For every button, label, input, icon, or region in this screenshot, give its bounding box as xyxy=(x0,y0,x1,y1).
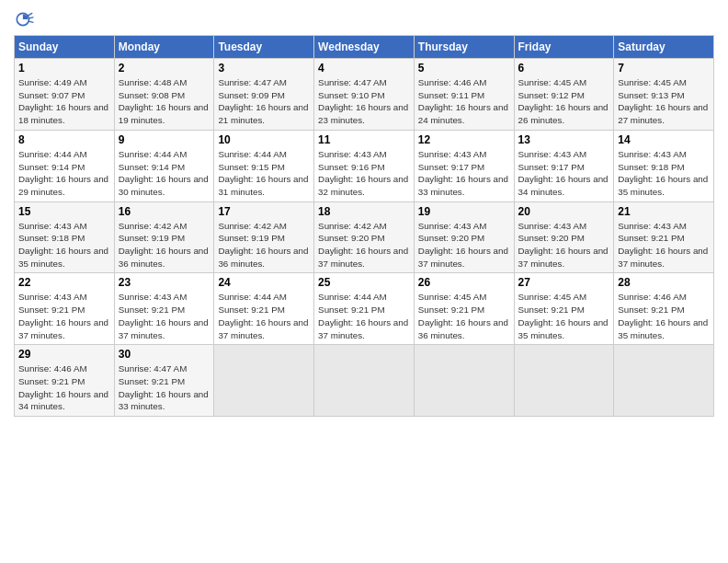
calendar-cell xyxy=(414,345,514,417)
calendar-cell: 23Sunrise: 4:43 AMSunset: 9:21 PMDayligh… xyxy=(114,273,214,345)
day-info: Sunrise: 4:43 AMSunset: 9:20 PMDaylight:… xyxy=(518,220,610,270)
day-info: Sunrise: 4:43 AMSunset: 9:18 PMDaylight:… xyxy=(618,148,710,199)
calendar-cell xyxy=(514,345,614,417)
calendar-week-row: 1Sunrise: 4:49 AMSunset: 9:07 PMDaylight… xyxy=(15,59,714,131)
day-number: 25 xyxy=(318,276,410,289)
calendar-cell: 17Sunrise: 4:42 AMSunset: 9:19 PMDayligh… xyxy=(214,201,314,273)
day-info: Sunrise: 4:44 AMSunset: 9:14 PMDaylight:… xyxy=(119,148,210,199)
day-info: Sunrise: 4:48 AMSunset: 9:08 PMDaylight:… xyxy=(119,76,210,127)
day-info: Sunrise: 4:43 AMSunset: 9:17 PMDaylight:… xyxy=(518,148,610,199)
day-number: 23 xyxy=(119,276,210,289)
day-info: Sunrise: 4:45 AMSunset: 9:13 PMDaylight:… xyxy=(618,76,710,127)
logo-icon xyxy=(14,9,34,29)
calendar-cell: 22Sunrise: 4:43 AMSunset: 9:21 PMDayligh… xyxy=(15,273,115,345)
day-info: Sunrise: 4:44 AMSunset: 9:21 PMDaylight:… xyxy=(218,291,310,341)
calendar-cell: 8Sunrise: 4:44 AMSunset: 9:14 PMDaylight… xyxy=(15,130,115,201)
calendar-cell: 9Sunrise: 4:44 AMSunset: 9:14 PMDaylight… xyxy=(114,130,214,201)
calendar-cell: 27Sunrise: 4:45 AMSunset: 9:21 PMDayligh… xyxy=(514,273,614,345)
calendar-cell: 24Sunrise: 4:44 AMSunset: 9:21 PMDayligh… xyxy=(214,273,314,345)
day-info: Sunrise: 4:49 AMSunset: 9:07 PMDaylight:… xyxy=(18,76,110,127)
day-number: 4 xyxy=(318,62,410,75)
day-info: Sunrise: 4:43 AMSunset: 9:18 PMDaylight:… xyxy=(18,220,110,270)
calendar-cell: 30Sunrise: 4:47 AMSunset: 9:21 PMDayligh… xyxy=(114,345,214,417)
day-number: 12 xyxy=(418,133,510,146)
calendar-week-row: 15Sunrise: 4:43 AMSunset: 9:18 PMDayligh… xyxy=(15,201,714,273)
day-number: 22 xyxy=(18,276,110,289)
day-number: 18 xyxy=(318,205,410,218)
day-info: Sunrise: 4:45 AMSunset: 9:21 PMDaylight:… xyxy=(418,291,510,341)
day-info: Sunrise: 4:43 AMSunset: 9:21 PMDaylight:… xyxy=(18,291,110,341)
day-info: Sunrise: 4:43 AMSunset: 9:17 PMDaylight:… xyxy=(418,148,510,199)
day-number: 2 xyxy=(119,62,210,75)
calendar-table: SundayMondayTuesdayWednesdayThursdayFrid… xyxy=(14,35,714,417)
calendar-cell: 15Sunrise: 4:43 AMSunset: 9:18 PMDayligh… xyxy=(15,201,115,273)
day-number: 26 xyxy=(418,276,510,289)
day-number: 17 xyxy=(218,205,310,218)
day-number: 10 xyxy=(218,133,310,146)
day-number: 7 xyxy=(618,62,710,75)
column-header-saturday: Saturday xyxy=(614,36,714,59)
day-number: 5 xyxy=(418,62,510,75)
column-header-friday: Friday xyxy=(514,36,614,59)
day-info: Sunrise: 4:42 AMSunset: 9:20 PMDaylight:… xyxy=(318,220,410,270)
day-info: Sunrise: 4:44 AMSunset: 9:21 PMDaylight:… xyxy=(318,291,410,341)
day-info: Sunrise: 4:43 AMSunset: 9:16 PMDaylight:… xyxy=(318,148,410,199)
calendar-week-row: 22Sunrise: 4:43 AMSunset: 9:21 PMDayligh… xyxy=(15,273,714,345)
day-info: Sunrise: 4:47 AMSunset: 9:09 PMDaylight:… xyxy=(218,76,310,127)
calendar-cell: 14Sunrise: 4:43 AMSunset: 9:18 PMDayligh… xyxy=(614,130,714,201)
day-number: 14 xyxy=(618,133,710,146)
day-number: 29 xyxy=(18,348,110,361)
calendar-cell: 3Sunrise: 4:47 AMSunset: 9:09 PMDaylight… xyxy=(214,59,314,131)
calendar-cell: 12Sunrise: 4:43 AMSunset: 9:17 PMDayligh… xyxy=(414,130,514,201)
calendar-cell: 20Sunrise: 4:43 AMSunset: 9:20 PMDayligh… xyxy=(514,201,614,273)
calendar-week-row: 29Sunrise: 4:46 AMSunset: 9:21 PMDayligh… xyxy=(15,345,714,417)
calendar-cell: 2Sunrise: 4:48 AMSunset: 9:08 PMDaylight… xyxy=(114,59,214,131)
day-info: Sunrise: 4:47 AMSunset: 9:21 PMDaylight:… xyxy=(119,362,210,413)
calendar-cell: 6Sunrise: 4:45 AMSunset: 9:12 PMDaylight… xyxy=(514,59,614,131)
calendar-cell: 25Sunrise: 4:44 AMSunset: 9:21 PMDayligh… xyxy=(314,273,415,345)
calendar-week-row: 8Sunrise: 4:44 AMSunset: 9:14 PMDaylight… xyxy=(15,130,714,201)
calendar-cell: 10Sunrise: 4:44 AMSunset: 9:15 PMDayligh… xyxy=(214,130,314,201)
day-number: 13 xyxy=(518,133,610,146)
day-number: 6 xyxy=(518,62,610,75)
day-info: Sunrise: 4:43 AMSunset: 9:21 PMDaylight:… xyxy=(119,291,210,341)
column-header-sunday: Sunday xyxy=(15,36,115,59)
day-number: 1 xyxy=(18,62,110,75)
calendar-cell: 13Sunrise: 4:43 AMSunset: 9:17 PMDayligh… xyxy=(514,130,614,201)
day-number: 21 xyxy=(618,205,710,218)
calendar-cell: 19Sunrise: 4:43 AMSunset: 9:20 PMDayligh… xyxy=(414,201,514,273)
day-info: Sunrise: 4:44 AMSunset: 9:14 PMDaylight:… xyxy=(18,148,110,199)
day-number: 16 xyxy=(119,205,210,218)
calendar-cell: 4Sunrise: 4:47 AMSunset: 9:10 PMDaylight… xyxy=(314,59,415,131)
calendar-cell: 16Sunrise: 4:42 AMSunset: 9:19 PMDayligh… xyxy=(114,201,214,273)
day-number: 27 xyxy=(518,276,610,289)
logo xyxy=(14,9,36,29)
day-number: 9 xyxy=(119,133,210,146)
calendar-cell xyxy=(614,345,714,417)
day-number: 24 xyxy=(218,276,310,289)
day-info: Sunrise: 4:43 AMSunset: 9:20 PMDaylight:… xyxy=(418,220,510,270)
day-info: Sunrise: 4:42 AMSunset: 9:19 PMDaylight:… xyxy=(119,220,210,270)
day-info: Sunrise: 4:47 AMSunset: 9:10 PMDaylight:… xyxy=(318,76,410,127)
day-number: 28 xyxy=(618,276,710,289)
day-info: Sunrise: 4:45 AMSunset: 9:12 PMDaylight:… xyxy=(518,76,610,127)
day-number: 19 xyxy=(418,205,510,218)
calendar-cell: 26Sunrise: 4:45 AMSunset: 9:21 PMDayligh… xyxy=(414,273,514,345)
calendar-cell: 11Sunrise: 4:43 AMSunset: 9:16 PMDayligh… xyxy=(314,130,415,201)
day-info: Sunrise: 4:46 AMSunset: 9:11 PMDaylight:… xyxy=(418,76,510,127)
calendar-cell: 21Sunrise: 4:43 AMSunset: 9:21 PMDayligh… xyxy=(614,201,714,273)
day-number: 20 xyxy=(518,205,610,218)
column-header-monday: Monday xyxy=(114,36,214,59)
day-info: Sunrise: 4:46 AMSunset: 9:21 PMDaylight:… xyxy=(618,291,710,341)
day-info: Sunrise: 4:45 AMSunset: 9:21 PMDaylight:… xyxy=(518,291,610,341)
calendar-cell: 7Sunrise: 4:45 AMSunset: 9:13 PMDaylight… xyxy=(614,59,714,131)
day-number: 3 xyxy=(218,62,310,75)
column-header-thursday: Thursday xyxy=(414,36,514,59)
day-info: Sunrise: 4:46 AMSunset: 9:21 PMDaylight:… xyxy=(18,362,110,413)
day-number: 30 xyxy=(119,348,210,361)
calendar-cell: 29Sunrise: 4:46 AMSunset: 9:21 PMDayligh… xyxy=(15,345,115,417)
calendar-cell: 28Sunrise: 4:46 AMSunset: 9:21 PMDayligh… xyxy=(614,273,714,345)
day-info: Sunrise: 4:43 AMSunset: 9:21 PMDaylight:… xyxy=(618,220,710,270)
calendar-page: SundayMondayTuesdayWednesdayThursdayFrid… xyxy=(0,0,728,563)
calendar-cell: 5Sunrise: 4:46 AMSunset: 9:11 PMDaylight… xyxy=(414,59,514,131)
